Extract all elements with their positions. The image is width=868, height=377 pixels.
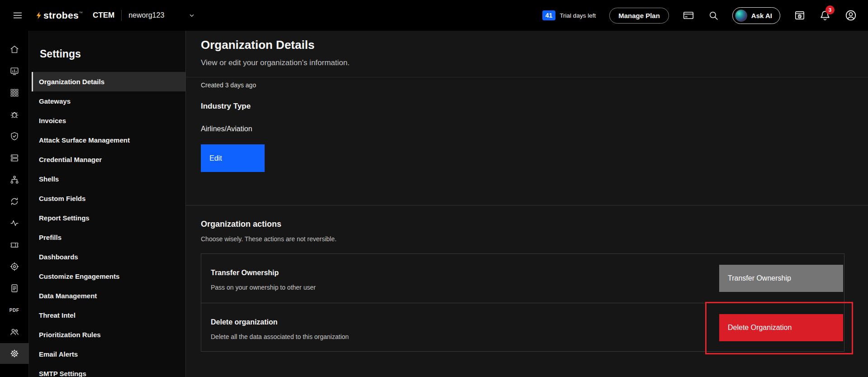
- rail-item-reports[interactable]: [0, 278, 29, 299]
- manage-plan-button[interactable]: Manage Plan: [609, 8, 669, 24]
- sync-icon: [9, 196, 19, 206]
- ask-ai-label: Ask AI: [751, 12, 772, 19]
- organization-actions-title: Organization actions: [201, 220, 281, 229]
- rail-item-users[interactable]: [0, 321, 29, 342]
- strobes-bolt-icon: [34, 10, 43, 21]
- topbar-separator: [121, 10, 122, 21]
- history-log-button[interactable]: [794, 10, 806, 21]
- sidebar-item-prefills[interactable]: Prefills: [32, 228, 185, 247]
- target-icon: [9, 262, 19, 272]
- bug-icon: [9, 110, 19, 119]
- transfer-ownership-button[interactable]: Transfer Ownership: [719, 265, 843, 292]
- delete-organization-row: Delete organization Delete all the data …: [201, 303, 844, 352]
- topbar-right: 41 Trial days left Manage Plan Ask AI 3: [542, 7, 857, 24]
- industry-type-value: Airlines/Aviation: [201, 125, 252, 133]
- sidebar-item-threat-intel[interactable]: Threat Intel: [32, 305, 185, 325]
- sidebar-item-dashboards[interactable]: Dashboards: [32, 247, 185, 267]
- organization-actions-panel: Transfer Ownership Pass on your ownershi…: [201, 253, 844, 352]
- page-title: Organization Details: [201, 38, 314, 52]
- page-header: Organization Details View or edit your o…: [186, 31, 868, 77]
- sidebar-item-smtp-settings[interactable]: SMTP Settings: [32, 364, 185, 377]
- rail-item-infrastructure[interactable]: [0, 148, 29, 168]
- trial-days-indicator: 41 Trial days left: [542, 10, 596, 20]
- top-bar: strobes ™ CTEM neworg123 41 Trial days l…: [0, 0, 868, 31]
- rail-item-tickets[interactable]: [0, 234, 29, 255]
- delete-organization-button[interactable]: Delete Organization: [719, 314, 843, 341]
- search-button[interactable]: [708, 10, 719, 21]
- trial-days-badge: 41: [542, 10, 556, 20]
- org-switcher[interactable]: neworg123: [128, 11, 196, 19]
- report-icon: [9, 283, 19, 293]
- rail-item-activity[interactable]: [0, 213, 29, 234]
- brand-logo[interactable]: strobes ™: [34, 10, 83, 21]
- delete-organization-description: Delete all the data associated to this o…: [211, 333, 349, 340]
- rail-item-hierarchy[interactable]: [0, 169, 29, 190]
- activity-icon: [9, 218, 19, 228]
- rail-item-settings[interactable]: [0, 343, 29, 364]
- home-icon: [9, 44, 19, 54]
- transfer-ownership-title: Transfer Ownership: [211, 269, 279, 277]
- rail-item-home[interactable]: [0, 39, 29, 60]
- app-screen: strobes ™ CTEM neworg123 41 Trial days l…: [0, 0, 868, 377]
- section-divider: [186, 205, 868, 205]
- notifications-button[interactable]: 3: [819, 10, 831, 21]
- users-icon: [9, 327, 19, 337]
- chevron-down-icon: [188, 11, 196, 19]
- brand-trademark: ™: [79, 11, 83, 15]
- shield-icon: [9, 131, 19, 141]
- sidebar-item-customize-engagements[interactable]: Customize Engagements: [32, 267, 185, 286]
- user-avatar-icon: [844, 9, 857, 22]
- rail-item-targets[interactable]: [0, 256, 29, 277]
- rail-item-pdf[interactable]: PDF: [0, 300, 29, 320]
- icon-rail: PDF: [0, 31, 29, 377]
- created-timestamp: Created 3 days ago: [201, 81, 256, 89]
- transfer-ownership-row: Transfer Ownership Pass on your ownershi…: [201, 254, 844, 303]
- search-icon: [708, 10, 719, 21]
- delete-organization-title: Delete organization: [211, 318, 278, 326]
- ask-ai-button[interactable]: Ask AI: [732, 7, 780, 24]
- ai-orb-icon: [735, 10, 747, 22]
- sidebar-item-gateways[interactable]: Gateways: [32, 91, 185, 111]
- settings-gear-icon: [9, 348, 19, 358]
- menu-button[interactable]: [11, 9, 24, 22]
- rail-item-vulnerabilities[interactable]: [0, 104, 29, 125]
- billing-button[interactable]: [683, 10, 694, 21]
- org-name: neworg123: [128, 11, 164, 19]
- sidebar-item-organization-details[interactable]: Organization Details: [32, 72, 185, 91]
- rail-item-dashboard[interactable]: [0, 61, 29, 81]
- credit-card-icon: [683, 10, 694, 21]
- sidebar-title: Settings: [29, 31, 185, 72]
- sidebar-item-credential-manager[interactable]: Credential Manager: [32, 150, 185, 169]
- dashboard-icon: [9, 66, 19, 76]
- notification-badge: 3: [825, 5, 835, 14]
- sidebar-item-shells[interactable]: Shells: [32, 169, 185, 189]
- assets-grid-icon: [9, 88, 19, 98]
- main-content: Organization Details View or edit your o…: [185, 31, 868, 377]
- sidebar-item-invoices[interactable]: Invoices: [32, 111, 185, 130]
- page-subtitle: View or edit your organization's informa…: [201, 58, 350, 67]
- history-log-icon: [794, 10, 806, 21]
- edit-button[interactable]: Edit: [201, 144, 265, 172]
- rail-item-assets[interactable]: [0, 82, 29, 103]
- transfer-ownership-description: Pass on your ownership to other user: [211, 284, 316, 291]
- rail-item-sync[interactable]: [0, 191, 29, 212]
- organization-actions-subtitle: Choose wisely. These actions are not rev…: [201, 235, 337, 243]
- pdf-icon: PDF: [9, 308, 19, 313]
- hierarchy-icon: [9, 175, 19, 185]
- brand-name: strobes: [43, 10, 79, 21]
- topbar-left: strobes ™ CTEM neworg123: [11, 9, 196, 22]
- sidebar-item-report-settings[interactable]: Report Settings: [32, 208, 185, 228]
- sidebar-item-prioritization-rules[interactable]: Prioritization Rules: [32, 325, 185, 344]
- product-label: CTEM: [93, 11, 114, 20]
- rail-item-security[interactable]: [0, 126, 29, 147]
- server-icon: [9, 153, 19, 163]
- industry-type-label: Industry Type: [201, 102, 251, 111]
- sidebar-item-custom-fields[interactable]: Custom Fields: [32, 189, 185, 208]
- sidebar-item-email-alerts[interactable]: Email Alerts: [32, 344, 185, 364]
- ticket-icon: [9, 240, 19, 250]
- sidebar-item-attack-surface-management[interactable]: Attack Surface Management: [32, 130, 185, 150]
- settings-sidebar: Settings Organization Details Gateways I…: [29, 31, 185, 377]
- sidebar-item-data-management[interactable]: Data Management: [32, 286, 185, 305]
- account-button[interactable]: [844, 9, 857, 22]
- hamburger-icon: [12, 10, 23, 21]
